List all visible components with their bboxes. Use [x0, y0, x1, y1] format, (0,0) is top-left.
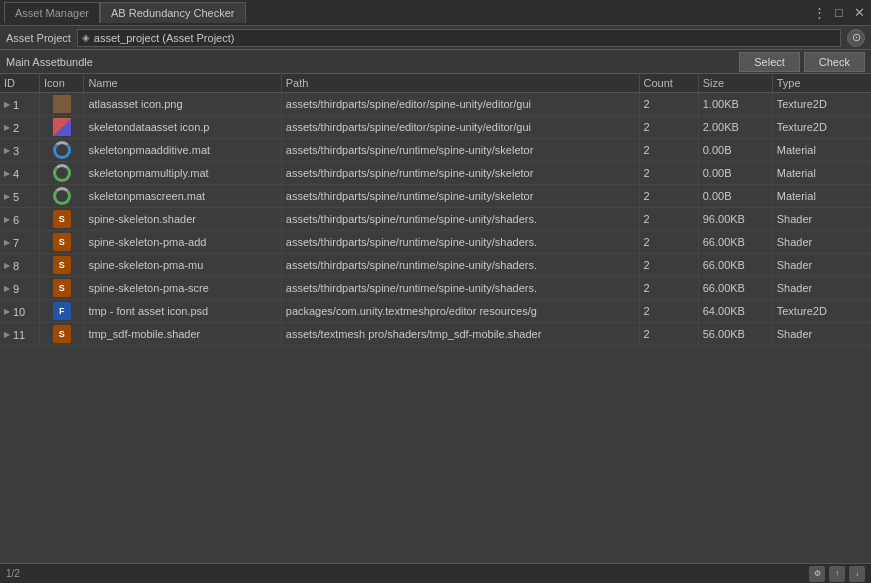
col-header-count: Count [639, 74, 698, 93]
cell-id: ▶ 6 [0, 208, 39, 231]
col-header-path: Path [281, 74, 639, 93]
cell-icon: S [39, 254, 83, 277]
table-row[interactable]: ▶ 10Ftmp - font asset icon.psdpackages/c… [0, 300, 871, 323]
tab-asset-manager[interactable]: Asset Manager [4, 2, 100, 23]
table-row[interactable]: ▶ 9Sspine-skeleton-pma-screassets/thirdp… [0, 277, 871, 300]
table-row[interactable]: ▶ 2skeletondataasset icon.passets/thirdp… [0, 116, 871, 139]
cell-path: assets/thirdparts/spine/runtime/spine-un… [281, 139, 639, 162]
cell-type: Shader [772, 254, 871, 277]
cell-size: 66.00KB [698, 231, 772, 254]
main-assetbundle-label: Main Assetbundle [6, 56, 735, 68]
cell-id: ▶ 9 [0, 277, 39, 300]
table-row[interactable]: ▶ 7Sspine-skeleton-pma-addassets/thirdpa… [0, 231, 871, 254]
cell-size: 64.00KB [698, 300, 772, 323]
cell-icon: F [39, 300, 83, 323]
table-row[interactable]: ▶ 8Sspine-skeleton-pma-muassets/thirdpar… [0, 254, 871, 277]
table-header-row: ID Icon Name Path Count Size Type [0, 74, 871, 93]
cell-count: 2 [639, 323, 698, 346]
asset-project-label: Asset Project [6, 32, 71, 44]
select-button[interactable]: Select [739, 52, 800, 72]
cell-type: Texture2D [772, 300, 871, 323]
cell-icon: S [39, 208, 83, 231]
cell-path: assets/thirdparts/spine/editor/spine-uni… [281, 93, 639, 116]
asset-project-bar: Asset Project ◈ asset_project (Asset Pro… [0, 26, 871, 50]
cell-path: packages/com.unity.textmeshpro/editor re… [281, 300, 639, 323]
table-row[interactable]: ▶ 4skeletonpmamultiply.matassets/thirdpa… [0, 162, 871, 185]
upload-icon[interactable]: ↑ [829, 566, 845, 582]
row-toggle-arrow[interactable]: ▶ [4, 146, 10, 155]
table-row[interactable]: ▶ 6Sspine-skeleton.shaderassets/thirdpar… [0, 208, 871, 231]
cell-icon [39, 185, 83, 208]
main-assetbundle-bar: Main Assetbundle Select Check [0, 50, 871, 74]
cell-type: Shader [772, 231, 871, 254]
row-toggle-arrow[interactable]: ▶ [4, 238, 10, 247]
cell-name: skeletonpmaadditive.mat [84, 139, 281, 162]
cell-id: ▶ 3 [0, 139, 39, 162]
menu-icon[interactable]: ⋮ [811, 5, 827, 21]
cell-name: spine-skeleton-pma-mu [84, 254, 281, 277]
cell-count: 2 [639, 162, 698, 185]
check-button[interactable]: Check [804, 52, 865, 72]
cell-icon [39, 162, 83, 185]
close-icon[interactable]: ✕ [851, 5, 867, 21]
cell-size: 0.00B [698, 139, 772, 162]
cell-name: skeletondataasset icon.p [84, 116, 281, 139]
asset-table: ID Icon Name Path Count Size Type ▶ 1atl… [0, 74, 871, 346]
cell-count: 2 [639, 93, 698, 116]
table-row[interactable]: ▶ 1atlasasset icon.pngassets/thirdparts/… [0, 93, 871, 116]
download-icon[interactable]: ↓ [849, 566, 865, 582]
asset-table-container: ID Icon Name Path Count Size Type ▶ 1atl… [0, 74, 871, 563]
settings-icon[interactable]: ⚙ [809, 566, 825, 582]
col-header-id: ID [0, 74, 39, 93]
cell-path: assets/thirdparts/spine/runtime/spine-un… [281, 277, 639, 300]
col-header-name: Name [84, 74, 281, 93]
cell-name: spine-skeleton-pma-scre [84, 277, 281, 300]
cell-size: 56.00KB [698, 323, 772, 346]
tab-ab-redundancy-checker[interactable]: AB Redundancy Checker [100, 2, 246, 23]
row-toggle-arrow[interactable]: ▶ [4, 215, 10, 224]
title-bar: Asset Manager AB Redundancy Checker ⋮ □ … [0, 0, 871, 26]
maximize-icon[interactable]: □ [831, 5, 847, 21]
cell-id: ▶ 10 [0, 300, 39, 323]
table-row[interactable]: ▶ 5skeletonpmascreen.matassets/thirdpart… [0, 185, 871, 208]
row-toggle-arrow[interactable]: ▶ [4, 169, 10, 178]
row-toggle-arrow[interactable]: ▶ [4, 192, 10, 201]
row-toggle-arrow[interactable]: ▶ [4, 330, 10, 339]
table-row[interactable]: ▶ 3skeletonpmaadditive.matassets/thirdpa… [0, 139, 871, 162]
cell-count: 2 [639, 277, 698, 300]
cell-size: 2.00KB [698, 116, 772, 139]
cell-icon: S [39, 277, 83, 300]
title-controls: ⋮ □ ✕ [811, 5, 867, 21]
cell-id: ▶ 5 [0, 185, 39, 208]
cell-path: assets/thirdparts/spine/editor/spine-uni… [281, 116, 639, 139]
cell-count: 2 [639, 231, 698, 254]
row-toggle-arrow[interactable]: ▶ [4, 307, 10, 316]
cell-size: 66.00KB [698, 277, 772, 300]
cell-size: 96.00KB [698, 208, 772, 231]
row-toggle-arrow[interactable]: ▶ [4, 284, 10, 293]
cell-type: Shader [772, 323, 871, 346]
cell-id: ▶ 2 [0, 116, 39, 139]
cell-type: Texture2D [772, 93, 871, 116]
cell-id: ▶ 7 [0, 231, 39, 254]
row-toggle-arrow[interactable]: ▶ [4, 261, 10, 270]
asset-project-field[interactable]: ◈ asset_project (Asset Project) [77, 29, 841, 47]
cell-count: 2 [639, 254, 698, 277]
row-toggle-arrow[interactable]: ▶ [4, 123, 10, 132]
cell-name: atlasasset icon.png [84, 93, 281, 116]
cell-name: tmp_sdf-mobile.shader [84, 323, 281, 346]
cell-icon [39, 116, 83, 139]
cell-icon: S [39, 231, 83, 254]
cell-count: 2 [639, 208, 698, 231]
row-toggle-arrow[interactable]: ▶ [4, 100, 10, 109]
col-header-type: Type [772, 74, 871, 93]
cell-icon [39, 139, 83, 162]
cell-name: skeletonpmascreen.mat [84, 185, 281, 208]
table-row[interactable]: ▶ 11Stmp_sdf-mobile.shaderassets/textmes… [0, 323, 871, 346]
cell-count: 2 [639, 300, 698, 323]
cell-path: assets/thirdparts/spine/runtime/spine-un… [281, 231, 639, 254]
settings-circle-btn[interactable]: ⊙ [847, 29, 865, 47]
page-number: 1/2 [6, 568, 20, 579]
cell-type: Material [772, 139, 871, 162]
cell-type: Shader [772, 277, 871, 300]
